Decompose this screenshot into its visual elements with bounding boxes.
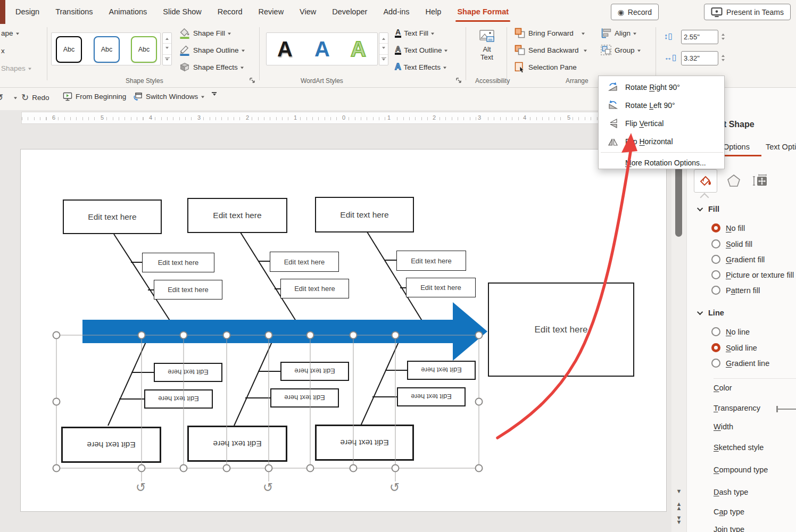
send-backward-button[interactable]: Send Backward <box>514 43 587 57</box>
sketched-style-setting[interactable]: Sketched style <box>714 443 764 452</box>
shape-height-spinner[interactable] <box>722 32 725 41</box>
tab-design[interactable]: Design <box>7 0 47 24</box>
wordart-chip-3[interactable]: A <box>351 38 366 60</box>
menu-item-flip-horizontal[interactable]: Flip Horizontal <box>599 132 725 151</box>
line-color-setting[interactable]: Color <box>714 384 732 392</box>
slide-canvas[interactable]: Edit text here Edit text here Edit text … <box>0 126 671 532</box>
undo-button-partial[interactable]: ↺ <box>0 92 17 103</box>
tab-help[interactable]: Help <box>418 0 450 24</box>
text-outline-button[interactable]: A Text Outline <box>395 43 447 57</box>
gallery-down-button[interactable] <box>379 44 388 54</box>
bring-forward-button[interactable]: Bring Forward <box>514 26 585 40</box>
rotation-handle[interactable]: ↺ <box>389 481 400 494</box>
rotation-handle[interactable]: ↺ <box>263 481 273 494</box>
text-fill-button[interactable]: A Text Fill <box>395 26 434 40</box>
radio-solid-line[interactable]: Solid line <box>711 343 757 352</box>
shape-style-chip-3[interactable]: Abc <box>131 36 157 63</box>
text-box-button-partial[interactable]: x <box>1 44 5 57</box>
wordart-chip-2[interactable]: A <box>314 38 330 60</box>
gallery-more-button[interactable] <box>163 55 171 65</box>
vertical-scrollbar[interactable]: ▼ ▲▲ ▼▼ <box>671 126 686 532</box>
diagram-textbox[interactable]: Edit text here <box>270 252 339 272</box>
diagram-textbox-flipped[interactable]: Edit text here <box>315 425 414 461</box>
gallery-more-button[interactable] <box>379 55 388 65</box>
menu-item-more-rotation-options[interactable]: More Rotation Options... <box>599 154 725 172</box>
radio-gradient-line[interactable]: Gradient line <box>711 359 769 368</box>
shape-width-input[interactable]: 3.32" <box>681 51 718 65</box>
shape-style-chip-2[interactable]: Abc <box>94 36 120 63</box>
tab-transitions[interactable]: Transitions <box>47 0 101 24</box>
tab-slide-show[interactable]: Slide Show <box>155 0 210 24</box>
tab-shape-format[interactable]: Shape Format <box>449 0 517 24</box>
size-properties-icon-button[interactable] <box>749 169 772 193</box>
line-transparency-setting[interactable]: Transparency <box>714 404 760 412</box>
dash-type-setting[interactable]: Dash type <box>714 488 748 496</box>
diagram-textbox[interactable]: Edit text here <box>63 200 162 234</box>
fill-line-icon-button[interactable] <box>694 169 717 193</box>
line-section-header[interactable]: Line <box>699 309 724 317</box>
shape-width-spinner[interactable] <box>722 53 725 63</box>
diagram-textbox-flipped[interactable]: Edit text here <box>270 388 339 408</box>
radio-solid-fill[interactable]: Solid fill <box>711 239 752 248</box>
radio-gradient-fill[interactable]: Gradient fill <box>711 255 765 264</box>
text-effects-button[interactable]: A Text Effects <box>395 60 446 74</box>
radio-picture-fill[interactable]: Picture or texture fill <box>711 270 794 279</box>
diagram-head-textbox[interactable]: Edit text here <box>488 282 634 377</box>
tab-add-ins[interactable]: Add-ins <box>375 0 417 24</box>
redo-button[interactable]: ↻ Redo <box>21 92 49 103</box>
diagram-textbox[interactable]: Edit text here <box>315 197 414 232</box>
radio-no-fill[interactable]: No fill <box>711 223 745 232</box>
selection-pane-button[interactable]: Selection Pane <box>514 60 577 74</box>
diagram-textbox[interactable]: Edit text here <box>396 251 466 271</box>
diagram-textbox[interactable]: Edit text here <box>154 280 222 300</box>
qat-overflow-button[interactable] <box>212 92 217 97</box>
gallery-up-button[interactable] <box>163 33 171 44</box>
radio-pattern-fill[interactable]: Pattern fill <box>711 286 760 295</box>
gallery-up-button[interactable] <box>379 33 388 44</box>
shape-effects-button[interactable]: Shape Effects <box>179 60 244 74</box>
present-in-teams-button[interactable]: Present in Teams <box>704 4 791 20</box>
fill-section-header[interactable]: Fill <box>699 205 719 213</box>
menu-item-flip-vertical[interactable]: Flip Vertical <box>599 114 725 132</box>
diagram-textbox-flipped[interactable]: Edit text here <box>280 362 349 381</box>
wordart-chip-1[interactable]: A <box>277 38 293 60</box>
shape-fill-button[interactable]: Shape Fill <box>179 26 231 40</box>
rotation-handle[interactable]: ↺ <box>136 481 146 494</box>
diagram-textbox-flipped[interactable]: Edit text here <box>144 389 213 409</box>
transparency-slider[interactable] <box>776 409 796 410</box>
diagram-textbox[interactable]: Edit text here <box>280 279 349 298</box>
diagram-textbox[interactable]: Edit text here <box>187 198 287 233</box>
tab-developer[interactable]: Developer <box>324 0 375 24</box>
join-type-setting[interactable]: Join type <box>714 525 744 532</box>
gallery-down-button[interactable] <box>163 44 171 54</box>
shape-style-chip-1[interactable]: Abc <box>56 36 82 63</box>
previous-slide-button[interactable]: ▲▲ <box>675 502 683 510</box>
compound-type-setting[interactable]: Compound type <box>714 466 768 474</box>
shape-height-input[interactable]: 2.55" <box>681 30 718 44</box>
diagram-textbox-flipped[interactable]: Edit text here <box>397 387 466 406</box>
menu-item-rotate-left-90[interactable]: Rotate Left 90° <box>599 96 725 114</box>
diagram-textbox[interactable]: Edit text here <box>406 278 476 297</box>
diagram-textbox-flipped[interactable]: Edit text here <box>407 361 476 380</box>
horizontal-ruler[interactable]: 6 5 4 3 2 1 0 1 2 3 4 5 <box>21 112 601 124</box>
align-button[interactable]: Align <box>600 26 636 40</box>
menu-item-rotate-right-90[interactable]: Rotate Right 90° <box>599 78 725 96</box>
from-beginning-button[interactable]: From Beginning <box>63 92 126 101</box>
tab-view[interactable]: View <box>292 0 324 24</box>
group-button[interactable]: Group <box>600 43 641 57</box>
edit-shape-button-partial[interactable]: ape <box>1 26 19 40</box>
scroll-down-arrow[interactable]: ▼ <box>675 489 683 493</box>
tab-animations[interactable]: Animations <box>101 0 155 24</box>
diagram-textbox-flipped[interactable]: Edit text here <box>187 426 287 462</box>
effects-icon-button[interactable] <box>722 169 745 193</box>
cap-type-setting[interactable]: Cap type <box>714 508 744 516</box>
alt-text-button[interactable]: AltText <box>471 29 502 61</box>
line-width-setting[interactable]: Width <box>714 422 733 431</box>
switch-windows-button[interactable]: Switch Windows <box>133 92 204 101</box>
diagram-textbox[interactable]: Edit text here <box>142 253 214 272</box>
radio-no-line[interactable]: No line <box>711 327 750 336</box>
shape-styles-dialog-launcher[interactable] <box>249 77 256 84</box>
shape-outline-button[interactable]: Shape Outline <box>179 43 245 57</box>
next-slide-button[interactable]: ▼▼ <box>675 516 683 524</box>
record-button[interactable]: ◉ Record <box>611 4 659 20</box>
